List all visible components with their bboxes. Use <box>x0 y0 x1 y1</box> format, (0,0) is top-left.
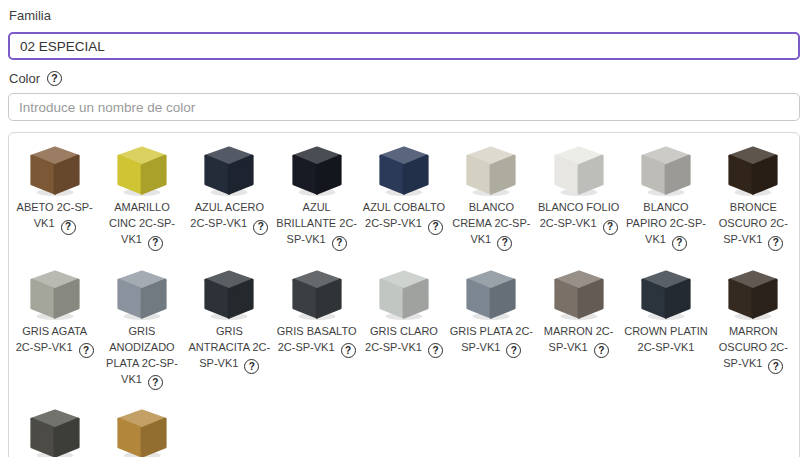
color-name: ABETO 2C-SP-VK1 ? <box>13 199 97 235</box>
color-swatch[interactable]: MARRON 2C-SP-VK1 ? <box>535 269 622 359</box>
color-name: GRIS BASALTO 2C-SP-VK1 ? <box>275 323 359 359</box>
color-swatch[interactable]: GRIS PLATA 2C-SP-VK1 ? <box>448 269 535 359</box>
color-name: AZUL BRILLANTE 2C-SP-VK1 ? <box>275 199 359 251</box>
color-name-text: GRIS ANODIZADO PLATA 2C-SP-VK1 <box>106 325 178 385</box>
color-swatch[interactable]: AMARILLO CINC 2C-SP-VK1 ? <box>98 145 185 251</box>
help-icon[interactable]: ? <box>253 220 268 235</box>
help-icon[interactable]: ? <box>594 343 609 358</box>
color-name-text: ABETO 2C-SP-VK1 <box>17 201 93 229</box>
color-swatch[interactable]: AZUL BRILLANTE 2C-SP-VK1 ? <box>273 145 360 251</box>
color-cube-icon <box>114 145 170 197</box>
color-cube-icon <box>201 145 257 197</box>
color-swatch[interactable]: GRIS BASALTO 2C-SP-VK1 ? <box>273 269 360 359</box>
color-grid: ABETO 2C-SP-VK1 ? AMARILLO CINC 2C-SP-VK… <box>11 145 797 457</box>
help-icon[interactable]: ? <box>341 343 356 358</box>
help-icon[interactable]: ? <box>428 220 443 235</box>
color-swatch[interactable]: BLANCO FOLIO 2C-SP-VK1 ? <box>535 145 622 235</box>
color-swatch[interactable]: BLANCO CREMA 2C-SP-VK1 ? <box>448 145 535 251</box>
color-cube-icon <box>376 269 432 321</box>
color-swatch[interactable]: BLANCO PAPIRO 2C-SP-VK1 ? <box>622 145 709 251</box>
color-swatch[interactable]: GRIS CLARO 2C-SP-VK1 ? <box>360 269 447 359</box>
familia-label: Familia <box>9 8 800 23</box>
color-cube-icon <box>725 269 781 321</box>
color-name-text: GRIS AGATA 2C-SP-VK1 <box>16 325 87 353</box>
color-name: AZUL ACERO 2C-SP-VK1 ? <box>187 199 271 235</box>
color-swatch[interactable]: GRIS ANODIZADO PLATA 2C-SP-VK1 ? <box>98 269 185 391</box>
color-swatch[interactable]: AZUL ACERO 2C-SP-VK1 ? <box>186 145 273 235</box>
help-icon[interactable]: ? <box>672 236 687 251</box>
color-name: GRIS ANODIZADO PLATA 2C-SP-VK1 ? <box>100 323 184 391</box>
color-cube-icon <box>551 145 607 197</box>
color-swatch[interactable]: ABETO 2C-SP-VK1 ? <box>11 145 98 235</box>
color-cube-icon <box>27 408 83 457</box>
color-name-text: GRIS CLARO 2C-SP-VK1 <box>365 325 438 353</box>
color-cube-icon <box>638 269 694 321</box>
color-cube-icon <box>551 269 607 321</box>
color-cube-icon <box>725 145 781 197</box>
color-swatch[interactable]: CROWN PLATIN 2C-SP-VK1 <box>622 269 709 355</box>
color-swatch[interactable]: BRONCE OSCURO 2C-SP-VK1 ? <box>710 145 797 251</box>
help-icon[interactable]: ? <box>61 220 76 235</box>
help-icon[interactable]: ? <box>148 375 163 390</box>
color-name: BRONCE OSCURO 2C-SP-VK1 ? <box>711 199 795 251</box>
help-icon[interactable]: ? <box>428 343 443 358</box>
help-icon[interactable]: ? <box>768 236 783 251</box>
color-label-row: Color ? <box>9 71 800 86</box>
help-icon[interactable]: ? <box>768 359 783 374</box>
color-cube-icon <box>638 145 694 197</box>
help-icon[interactable]: ? <box>79 343 94 358</box>
color-name: BLANCO FOLIO 2C-SP-VK1 ? <box>537 199 621 235</box>
color-cube-icon <box>27 269 83 321</box>
color-name: MARRON 2C-SP-VK1 ? <box>537 323 621 359</box>
color-name: GRIS ANTRACITA 2C-SP-VK1 ? <box>187 323 271 375</box>
color-name: GRIS AGATA 2C-SP-VK1 ? <box>13 323 97 359</box>
color-swatch[interactable]: AZUL COBALTO 2C-SP-VK1 ? <box>360 145 447 235</box>
color-name: BLANCO PAPIRO 2C-SP-VK1 ? <box>624 199 708 251</box>
color-swatch[interactable]: PINO OREGON 2C-SP-VK1 ? <box>98 408 185 457</box>
color-cube-icon <box>376 145 432 197</box>
color-search-input[interactable] <box>8 93 800 121</box>
color-swatch[interactable]: MARRON OSCURO 2C-SP-VK1 ? <box>710 269 797 375</box>
color-name: GRIS PLATA 2C-SP-VK1 ? <box>449 323 533 359</box>
color-label: Color <box>9 71 40 86</box>
color-cube-icon <box>114 269 170 321</box>
color-cube-icon <box>463 269 519 321</box>
help-icon[interactable]: ? <box>332 236 347 251</box>
color-name-text: BLANCO PAPIRO 2C-SP-VK1 <box>626 201 706 245</box>
help-icon[interactable]: ? <box>506 343 521 358</box>
color-cube-icon <box>114 408 170 457</box>
color-name-text: CROWN PLATIN 2C-SP-VK1 <box>624 325 708 353</box>
color-swatch[interactable]: GRIS AGATA 2C-SP-VK1 ? <box>11 269 98 359</box>
help-icon[interactable]: ? <box>497 236 512 251</box>
color-cube-icon <box>201 269 257 321</box>
color-name: BLANCO CREMA 2C-SP-VK1 ? <box>449 199 533 251</box>
color-name: MARRON OSCURO 2C-SP-VK1 ? <box>711 323 795 375</box>
color-help-icon[interactable]: ? <box>47 71 62 86</box>
color-cube-icon <box>289 145 345 197</box>
help-icon[interactable]: ? <box>603 220 618 235</box>
help-icon[interactable]: ? <box>148 236 163 251</box>
familia-input[interactable] <box>8 32 800 60</box>
form-page: Familia Color ? ABETO 2C-SP-VK1 ? AMARIL… <box>0 0 808 457</box>
color-cube-icon <box>27 145 83 197</box>
color-name: AZUL COBALTO 2C-SP-VK1 ? <box>362 199 446 235</box>
color-cube-icon <box>463 145 519 197</box>
color-list-panel: ABETO 2C-SP-VK1 ? AMARILLO CINC 2C-SP-VK… <box>8 132 800 457</box>
color-name: CROWN PLATIN 2C-SP-VK1 <box>624 323 708 355</box>
help-icon[interactable]: ? <box>244 359 259 374</box>
color-name-text: BLANCO CREMA 2C-SP-VK1 <box>452 201 530 245</box>
color-name: GRIS CLARO 2C-SP-VK1 ? <box>362 323 446 359</box>
color-cube-icon <box>289 269 345 321</box>
color-name-text: AMARILLO CINC 2C-SP-VK1 <box>109 201 175 245</box>
color-name: AMARILLO CINC 2C-SP-VK1 ? <box>100 199 184 251</box>
color-swatch[interactable]: QUARTZ PLATIN 2C-SP-VK1 <box>11 408 98 457</box>
color-swatch[interactable]: GRIS ANTRACITA 2C-SP-VK1 ? <box>186 269 273 375</box>
